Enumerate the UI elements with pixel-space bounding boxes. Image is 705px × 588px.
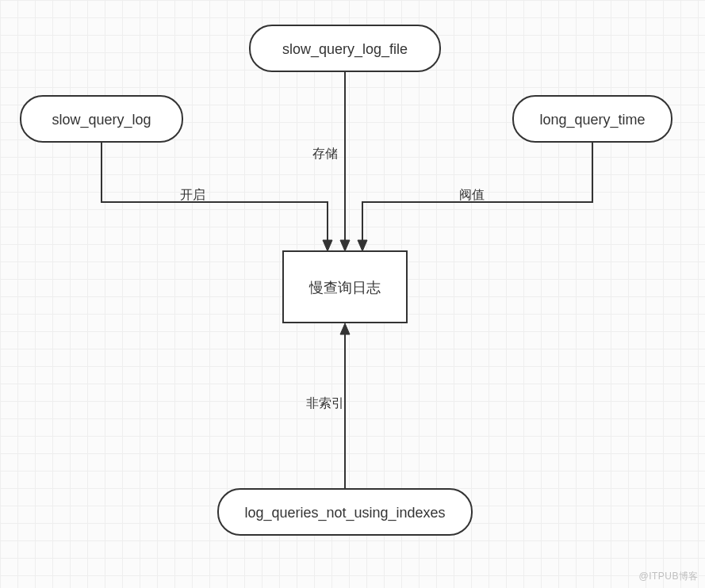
node-label-slow-query-log: slow_query_log: [52, 112, 151, 128]
diagram-canvas: 开启 存储 阀值 非索引 slow_query_log slow_query_l…: [0, 0, 705, 588]
arrowhead-notindex: [340, 323, 350, 334]
diagram-svg: 开启 存储 阀值 非索引 slow_query_log slow_query_l…: [0, 0, 705, 588]
arrowhead-enable: [323, 240, 332, 251]
edge-label-storage: 存储: [312, 147, 338, 160]
watermark: @ITPUB博客: [638, 570, 699, 583]
edge-enable: [102, 142, 328, 242]
node-label-long-query-time: long_query_time: [539, 112, 645, 128]
edge-label-threshold: 阀值: [459, 188, 485, 201]
node-label-center: 慢查询日志: [308, 280, 381, 296]
node-label-slow-query-log-file: slow_query_log_file: [282, 41, 408, 58]
arrowhead-threshold: [358, 240, 367, 251]
node-label-log-queries-not-using-indexes: log_queries_not_using_indexes: [244, 505, 445, 521]
arrowhead-storage: [340, 240, 350, 251]
edge-label-notindex: 非索引: [306, 396, 344, 410]
edge-label-enable: 开启: [180, 188, 205, 201]
